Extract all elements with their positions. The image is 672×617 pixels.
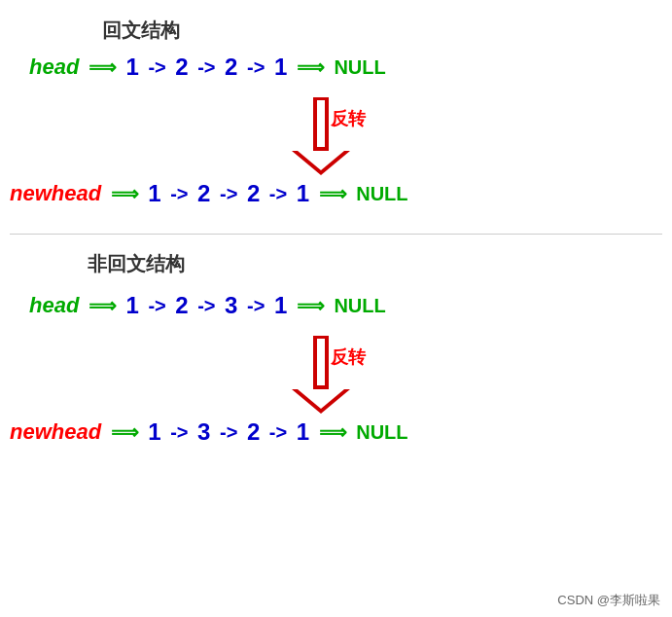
arrow-4-2-3: -> <box>214 421 242 444</box>
arrow-head-1: ⟹ <box>83 55 122 79</box>
null-label-2: NULL <box>356 183 407 205</box>
svg-rect-6 <box>317 339 325 385</box>
down-arrow-2: 反转 <box>292 336 370 414</box>
newhead-label-1: newhead <box>10 181 101 206</box>
node-4-1: 1 <box>148 418 160 446</box>
arrow-3-2-3: -> <box>193 295 221 317</box>
arrow-null-1: ⟹ <box>291 55 330 79</box>
node-4-2: 3 <box>197 418 210 446</box>
node-1-4: 1 <box>274 54 287 81</box>
section-title-palindrome: 回文结构 <box>102 18 180 44</box>
newhead-label-2: newhead <box>10 419 101 445</box>
arrow-head-2: ⟹ <box>83 294 122 317</box>
list-row-2: newhead ⟹ 1 -> 2 -> 2 -> 1 ⟹ NULL <box>10 180 408 207</box>
section-title-non-palindrome: 非回文结构 <box>88 251 185 277</box>
arrow-2-3-4: -> <box>264 183 292 205</box>
down-arrow-1: 反转 <box>292 97 370 175</box>
arrow-2-2-3: -> <box>214 183 242 205</box>
arrow-4-3-4: -> <box>264 421 292 444</box>
null-label-1: NULL <box>334 56 385 79</box>
arrow-1-2: -> <box>143 56 171 79</box>
node-4-3: 2 <box>247 418 260 446</box>
arrow-2-3: -> <box>193 56 221 79</box>
node-2-2: 2 <box>197 180 210 207</box>
null-label-4: NULL <box>356 421 407 444</box>
arrow-4-1-2: -> <box>165 421 194 444</box>
head-label-1: head <box>29 54 79 80</box>
list-row-1: head ⟹ 1 -> 2 -> 2 -> 1 ⟹ NULL <box>29 54 386 81</box>
diagram-container: 回文结构 head ⟹ 1 -> 2 -> 2 -> 1 ⟹ NULL 反转 n… <box>0 0 672 617</box>
arrow-newhead-2: ⟹ <box>105 420 144 444</box>
node-1-3: 2 <box>225 54 237 81</box>
node-2-3: 2 <box>247 180 260 207</box>
node-4-4: 1 <box>297 418 309 446</box>
arrow-null-2: ⟹ <box>313 182 352 205</box>
node-3-3: 3 <box>225 292 237 319</box>
arrow-null-3: ⟹ <box>291 294 330 317</box>
watermark: CSDN @李斯啦果 <box>557 592 660 609</box>
arrow-3-1-2: -> <box>143 295 171 317</box>
null-label-3: NULL <box>334 295 385 317</box>
node-2-4: 1 <box>297 180 309 207</box>
svg-rect-2 <box>317 100 325 147</box>
arrow-3-4: -> <box>241 56 269 79</box>
list-row-4: newhead ⟹ 1 -> 3 -> 2 -> 1 ⟹ NULL <box>10 418 408 446</box>
list-row-3: head ⟹ 1 -> 2 -> 3 -> 1 ⟹ NULL <box>29 292 386 319</box>
node-3-4: 1 <box>274 292 287 319</box>
head-label-2: head <box>29 293 79 318</box>
node-3-2: 2 <box>175 292 188 319</box>
arrow-3-3-4: -> <box>241 295 269 317</box>
node-1-1: 1 <box>125 54 138 81</box>
node-3-1: 1 <box>125 292 138 319</box>
arrow-label-2: 反转 <box>331 345 366 369</box>
arrow-null-4: ⟹ <box>313 420 352 444</box>
arrow-label-1: 反转 <box>331 107 366 130</box>
arrow-2-1-2: -> <box>165 183 194 205</box>
divider <box>10 234 662 235</box>
arrow-newhead-1: ⟹ <box>105 182 144 205</box>
node-2-1: 1 <box>148 180 160 207</box>
node-1-2: 2 <box>175 54 188 81</box>
